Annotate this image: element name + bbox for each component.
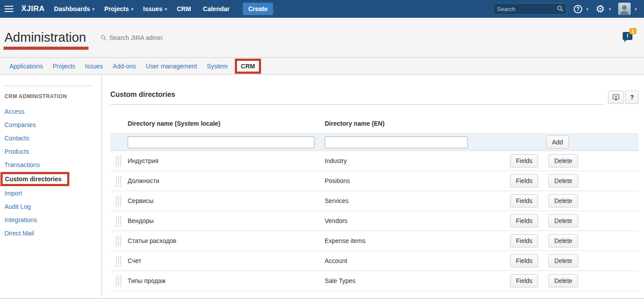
- directory-name-locale: Индустрия: [128, 157, 325, 164]
- navbar-item-label: CRM: [177, 5, 191, 12]
- directory-name-en: Sale Types: [325, 277, 510, 284]
- new-directory-locale-input[interactable]: [128, 136, 314, 148]
- delete-button[interactable]: Delete: [548, 234, 578, 247]
- feedback-bubble-plus-icon: [612, 93, 620, 101]
- handle-column-header: [110, 120, 128, 127]
- person-icon: [618, 3, 631, 15]
- hamburger-menu-icon[interactable]: [4, 6, 13, 12]
- fields-button[interactable]: Fields: [510, 174, 538, 187]
- custom-directories-table: Directory name (System locale) Directory…: [110, 115, 639, 291]
- chevron-down-icon: ▾: [93, 7, 95, 12]
- delete-button[interactable]: Delete: [548, 254, 578, 267]
- table-row: Индустрия Industry Fields Delete: [110, 151, 639, 171]
- sidebar-item[interactable]: Transactions: [4, 158, 101, 171]
- sidebar-item[interactable]: Import: [4, 187, 101, 200]
- navbar-item[interactable]: Issues ▾: [138, 5, 172, 12]
- drag-handle-icon[interactable]: [115, 195, 121, 207]
- table-row: Статьи расходов Expense items Fields Del…: [110, 231, 639, 251]
- directory-name-en: Services: [325, 197, 510, 204]
- directory-name-en: Account: [325, 257, 510, 264]
- admin-tab[interactable]: User management: [141, 63, 202, 70]
- fields-button[interactable]: Fields: [510, 154, 538, 167]
- tab-crm-active[interactable]: CRM: [237, 61, 259, 72]
- admin-search: [101, 34, 207, 41]
- annotation-box-custom-directories: Custom directories: [0, 172, 69, 186]
- delete-button[interactable]: Delete: [548, 154, 578, 167]
- delete-button[interactable]: Delete: [548, 194, 578, 207]
- chevron-down-icon: ▾: [635, 7, 637, 12]
- sidebar-item-custom-directories[interactable]: Custom directories: [3, 174, 67, 184]
- drag-handle-icon[interactable]: [115, 255, 121, 267]
- sidebar-item[interactable]: Contacts: [4, 132, 101, 145]
- sidebar-item[interactable]: Products: [4, 145, 101, 158]
- navbar-search: [493, 3, 567, 15]
- drag-handle-icon[interactable]: [115, 275, 121, 287]
- admin-tab[interactable]: System: [202, 63, 233, 70]
- sidebar-item[interactable]: Direct Mail: [4, 227, 101, 240]
- help-button[interactable]: ?: [625, 91, 639, 104]
- directory-name-en: Vendors: [325, 217, 510, 224]
- annotation-box-crm-tab: CRM: [235, 59, 262, 74]
- fields-button[interactable]: Fields: [510, 214, 538, 227]
- main-title: Custom directories: [110, 91, 604, 99]
- admin-tab[interactable]: Issues: [80, 63, 108, 70]
- table-row: Должности Positions Fields Delete: [110, 171, 639, 191]
- delete-button[interactable]: Delete: [548, 214, 578, 227]
- crm-admin-sidebar: CRM ADMINISTRATION AccessCompaniesContac…: [0, 75, 102, 299]
- sidebar-item[interactable]: Audit Log: [4, 200, 101, 213]
- content: CRM ADMINISTRATION AccessCompaniesContac…: [0, 75, 644, 299]
- navbar-item[interactable]: CRM: [172, 5, 198, 12]
- create-button[interactable]: Create: [243, 3, 273, 15]
- directory-name-en: Expense items: [325, 237, 510, 244]
- delete-button[interactable]: Delete: [548, 274, 578, 287]
- drag-handle-icon[interactable]: [115, 215, 121, 227]
- column-header-actions: [510, 120, 639, 127]
- page-title: Administration: [4, 30, 86, 45]
- top-navbar: ẌJIRA Dashboards ▾ Projects ▾ Issues ▾ C…: [0, 0, 644, 18]
- fields-button[interactable]: Fields: [510, 234, 538, 247]
- new-directory-en-input[interactable]: [325, 136, 468, 148]
- delete-button[interactable]: Delete: [548, 174, 578, 187]
- admin-tab[interactable]: Add-ons: [108, 63, 141, 70]
- sidebar-item[interactable]: Companies: [4, 118, 101, 132]
- jira-logo[interactable]: ẌJIRA: [21, 4, 45, 13]
- fields-button[interactable]: Fields: [510, 274, 538, 287]
- navbar-item[interactable]: Dashboards ▾: [49, 5, 100, 12]
- main-header: Custom directories ?: [110, 91, 639, 105]
- notification-icon[interactable]: ! 1: [623, 32, 632, 40]
- sidebar-item[interactable]: Integrations: [4, 213, 101, 227]
- user-menu[interactable]: ▾: [618, 3, 637, 15]
- main-title-wrap: Custom directories: [110, 91, 604, 105]
- fields-button[interactable]: Fields: [510, 194, 538, 207]
- fields-button[interactable]: Fields: [510, 254, 538, 267]
- navbar-item[interactable]: Projects ▾: [100, 5, 138, 12]
- admin-tabbar: ApplicationsProjectsIssuesAdd-onsUser ma…: [0, 58, 644, 75]
- column-header-en: Directory name (EN): [325, 120, 510, 127]
- admin-search-input[interactable]: [109, 34, 207, 41]
- directory-name-locale: Должности: [128, 177, 325, 184]
- directory-name-locale: Вендоры: [128, 217, 325, 224]
- help-menu[interactable]: ? ▾: [574, 5, 588, 13]
- column-header-locale: Directory name (System locale): [128, 120, 325, 127]
- sidebar-item[interactable]: Access: [4, 105, 101, 118]
- navbar-item[interactable]: Calendar: [198, 5, 237, 12]
- drag-handle-icon[interactable]: [115, 175, 121, 187]
- avatar: [618, 3, 631, 15]
- feedback-button[interactable]: [608, 91, 624, 104]
- navbar-item-label: Projects: [105, 5, 129, 12]
- admin-gear-menu[interactable]: ⚙ ▾: [596, 4, 611, 14]
- drag-handle-icon[interactable]: [115, 235, 121, 247]
- search-input[interactable]: [493, 3, 567, 15]
- table-row: Сервисы Services Fields Delete: [110, 191, 639, 211]
- search-icon[interactable]: [557, 5, 564, 12]
- admin-tab[interactable]: Applications: [4, 63, 48, 70]
- annotation-underline: [4, 47, 89, 50]
- add-button[interactable]: Add: [546, 136, 569, 149]
- help-icon: ?: [574, 5, 582, 13]
- admin-tab-links: ApplicationsProjectsIssuesAdd-onsUser ma…: [4, 63, 233, 70]
- admin-tab[interactable]: Projects: [48, 63, 80, 70]
- table-row: Типы продаж Sale Types Fields Delete: [110, 271, 639, 291]
- directory-name-locale: Счет: [128, 257, 325, 264]
- drag-handle-icon[interactable]: [115, 155, 121, 167]
- navbar-menu: Dashboards ▾ Projects ▾ Issues ▾ CRM Cal…: [49, 5, 237, 12]
